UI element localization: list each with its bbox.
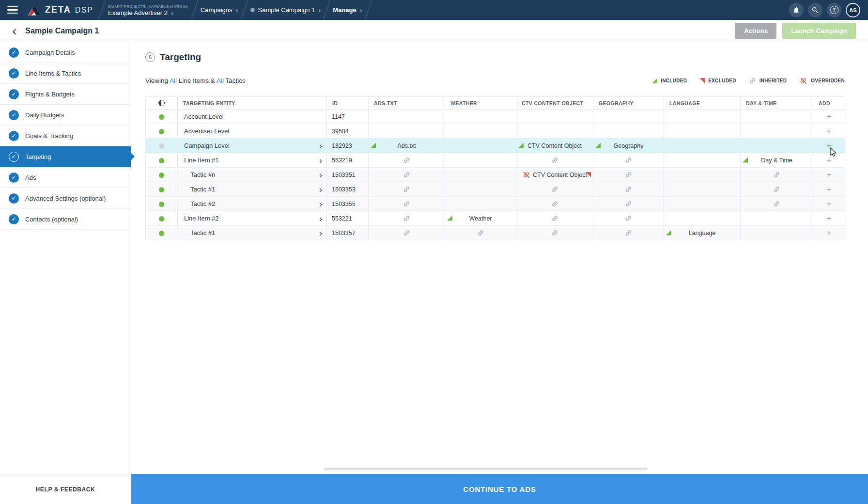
targeting-cell-geography[interactable]: Geography	[593, 139, 664, 153]
targeting-cell-weather[interactable]: Weather	[445, 211, 516, 226]
menu-button[interactable]	[7, 6, 18, 14]
expand-chevron-icon[interactable]: ›	[319, 199, 322, 208]
add-targeting-button[interactable]: +	[823, 155, 836, 165]
targeting-cell-geography[interactable]	[593, 226, 664, 240]
expand-chevron-icon[interactable]: ›	[319, 156, 322, 164]
search-button[interactable]	[808, 3, 822, 17]
check-icon: ✓	[9, 173, 19, 183]
targeting-legend: INCLUDED EXCLUDED INHERITED OVERRIDDEN	[652, 77, 845, 85]
targeting-cell-language[interactable]: Language	[664, 226, 741, 240]
add-targeting-button[interactable]: +	[823, 126, 836, 136]
targeting-cell-weather	[445, 139, 516, 153]
table-row[interactable]: Line Item #2›553221Weather+	[146, 211, 845, 226]
targeting-cell-ads-txt[interactable]	[369, 197, 445, 211]
targeting-cell-ads-txt[interactable]	[369, 226, 445, 240]
inherited-link-icon	[623, 213, 634, 223]
status-dot-icon	[159, 158, 164, 163]
targeting-cell-ads-txt[interactable]	[369, 153, 445, 168]
table-row[interactable]: Campaign Level›182923Ads.txtCTV Content …	[146, 139, 845, 153]
targeting-cell-geography[interactable]	[593, 197, 664, 211]
targeting-cell-geography[interactable]	[593, 182, 664, 197]
expand-chevron-icon[interactable]: ›	[319, 214, 322, 222]
targeting-cell-language	[664, 110, 741, 124]
legend-included-label: INCLUDED	[661, 78, 687, 83]
help-feedback-button[interactable]: HELP & FEEDBACK	[0, 474, 131, 504]
targeting-cell-ctv[interactable]	[516, 197, 593, 211]
sidebar-item-daily-budgets[interactable]: ✓Daily Budgets	[0, 105, 131, 126]
table-row[interactable]: Tactic #1›1503353+	[146, 182, 845, 197]
launch-campaign-button[interactable]: Launch Campaign	[782, 23, 856, 39]
table-row[interactable]: Line Item #1›553219Day & Time+	[146, 153, 845, 168]
breadcrumb-item-sample-campaign-1[interactable]: Sample Campaign 1›	[245, 0, 327, 20]
targeting-cell-ctv[interactable]	[516, 153, 593, 168]
targeting-cell-ctv[interactable]: CTV Content Object	[516, 168, 593, 182]
sidebar-item-targeting[interactable]: ✓Targeting	[0, 146, 131, 167]
actions-button[interactable]: Actions	[735, 23, 776, 39]
expand-chevron-icon[interactable]: ›	[319, 170, 322, 179]
targeting-cell-ctv[interactable]	[516, 211, 593, 226]
all-tactics-link[interactable]: All	[217, 77, 224, 84]
add-targeting-button[interactable]: +	[823, 184, 836, 194]
sidebar-item-advanced-settings-optional[interactable]: ✓Advanced Settings (optional)	[0, 188, 131, 209]
entity-id: 1147	[327, 110, 369, 124]
targeting-cell-day-time[interactable]: Day & Time	[741, 153, 813, 168]
breadcrumb-label: Campaigns	[201, 6, 232, 14]
notifications-button[interactable]	[789, 3, 804, 17]
horizontal-scrollbar[interactable]	[324, 468, 648, 470]
inherited-link-icon	[475, 228, 485, 238]
targeting-cell-ads-txt[interactable]	[369, 211, 445, 226]
contrast-toggle-icon[interactable]	[158, 100, 165, 106]
inherited-link-icon	[549, 155, 559, 165]
targeting-cell-geography[interactable]	[593, 211, 664, 226]
col-header-day-time: DAY & TIME	[741, 97, 813, 110]
targeting-cell-ctv[interactable]: CTV Content Object	[516, 139, 593, 153]
entity-id: 553221	[327, 211, 369, 226]
back-button[interactable]: ‹	[12, 26, 16, 36]
add-targeting-button[interactable]: +	[823, 141, 836, 151]
breadcrumb-item-example-advertiser-2[interactable]: SMART PROJECTS (VARIABLE MARGIN)Example …	[102, 0, 194, 20]
targeting-cell-day-time[interactable]	[741, 168, 813, 182]
table-row[interactable]: Tactic #2›1503355+	[146, 197, 845, 211]
breadcrumb-item-campaigns[interactable]: Campaigns›	[195, 0, 244, 20]
sidebar-item-flights-budgets[interactable]: ✓Flights & Budgets	[0, 84, 131, 105]
expand-chevron-icon[interactable]: ›	[319, 228, 322, 237]
expand-chevron-icon[interactable]: ›	[319, 185, 322, 193]
continue-to-ads-button[interactable]: CONTINUE TO ADS	[131, 474, 868, 504]
targeting-cell-weather[interactable]	[445, 226, 516, 240]
sidebar-item-ads[interactable]: ✓Ads	[0, 167, 131, 188]
table-row[interactable]: Advertiser Level39504+	[146, 124, 845, 139]
entity-cell: Tactic #1›	[178, 182, 327, 197]
targeting-cell-geography[interactable]	[593, 168, 664, 182]
table-row[interactable]: Tactic #1›1503357Language+	[146, 226, 845, 240]
entity-cell: Line Item #2›	[178, 211, 327, 226]
chevron-right-icon: ›	[360, 6, 362, 14]
table-row[interactable]: Tactic #n›1503351CTV Content Object+	[146, 168, 845, 182]
targeting-cell-day-time[interactable]	[741, 182, 813, 197]
add-targeting-button[interactable]: +	[823, 170, 836, 180]
breadcrumb-item-manage[interactable]: Manage›	[327, 0, 368, 20]
table-row[interactable]: Account Level1147+	[146, 110, 845, 124]
included-flag-icon	[518, 142, 524, 148]
sidebar-item-goals-tracking[interactable]: ✓Goals & Tracking	[0, 126, 131, 146]
step-number: 6	[145, 52, 155, 62]
targeting-cell-ads-txt[interactable]	[369, 168, 445, 182]
add-targeting-button[interactable]: +	[823, 213, 836, 223]
all-line-items-link[interactable]: All	[170, 77, 177, 84]
avatar[interactable]: AS	[846, 3, 860, 17]
brand-logo[interactable]: ZETA DSP	[28, 4, 93, 16]
add-targeting-button[interactable]: +	[823, 199, 836, 209]
targeting-cell-geography[interactable]	[593, 153, 664, 168]
sidebar-item-line-items-tactics[interactable]: ✓Line Items & Tactics	[0, 63, 131, 84]
targeting-cell-ads-txt[interactable]	[369, 182, 445, 197]
breadcrumb-line: Sample Campaign 1›	[250, 6, 321, 14]
targeting-cell-ctv[interactable]	[516, 226, 593, 240]
add-targeting-button[interactable]: +	[823, 228, 836, 238]
targeting-cell-ctv[interactable]	[516, 182, 593, 197]
sidebar-item-campaign-details[interactable]: ✓Campaign Details	[0, 42, 131, 63]
expand-chevron-icon[interactable]: ›	[319, 141, 322, 150]
sidebar-item-contacts-optional[interactable]: ✓Contacts (optional)	[0, 209, 131, 230]
targeting-cell-ads-txt[interactable]: Ads.txt	[369, 139, 445, 153]
help-button[interactable]: ?	[827, 3, 841, 17]
targeting-cell-day-time[interactable]	[741, 197, 813, 211]
add-targeting-button[interactable]: +	[823, 111, 836, 122]
